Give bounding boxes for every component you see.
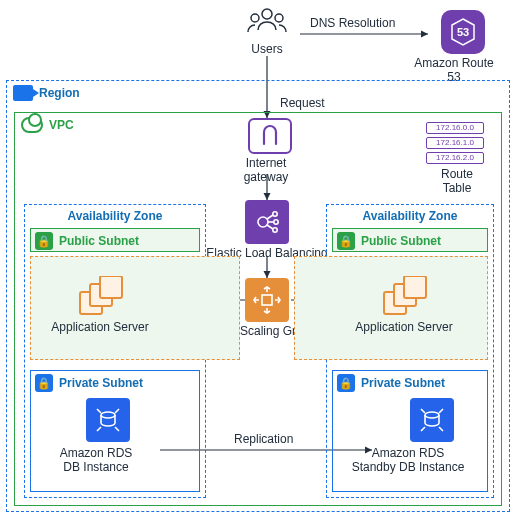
rds-icon [86, 398, 130, 442]
svg-rect-22 [404, 276, 426, 298]
lock-icon: 🔒 [337, 232, 355, 250]
app-left-group: Application Server [76, 276, 155, 334]
region-icon [13, 85, 33, 101]
public-subnet-left-hdr: 🔒 Public Subnet [35, 232, 195, 250]
public-subnet-right-label: Public Subnet [361, 234, 441, 248]
svg-line-13 [267, 215, 273, 219]
region-label: Region [39, 86, 80, 100]
users-label: Users [246, 42, 288, 56]
app-server-icon [76, 276, 124, 318]
public-subnet-right: 🔒 Public Subnet [332, 228, 488, 252]
app-server-icon [380, 276, 428, 318]
route53-icon: 53 [441, 10, 485, 54]
svg-point-6 [251, 14, 259, 22]
rds-right-l1: Amazon RDS [338, 446, 478, 460]
rds-left-l2: DB Instance [51, 460, 141, 474]
vpc-icon [21, 117, 43, 133]
region-header: Region [7, 81, 509, 105]
users-icon [246, 6, 288, 42]
route53-group: 53 Amazon Route 53 [432, 10, 494, 84]
rds-right-l2: Standby DB Instance [338, 460, 478, 474]
asg-icon [245, 278, 289, 322]
route-table-label: Route Table [426, 167, 488, 195]
svg-point-23 [101, 412, 115, 418]
rds-left-l1: Amazon RDS [51, 446, 141, 460]
rds-right-group: Amazon RDS Standby DB Instance [386, 398, 478, 474]
app-right-label: Application Server [349, 320, 459, 334]
private-subnet-left-hdr: 🔒 Private Subnet [35, 374, 195, 392]
svg-point-11 [274, 220, 278, 224]
igw-group: Internet gateway [244, 118, 296, 184]
lock-icon: 🔒 [35, 374, 53, 392]
az-left-label: Availability Zone [25, 209, 205, 223]
dns-label: DNS Resolution [310, 16, 395, 30]
svg-point-12 [273, 228, 277, 232]
route-table-icon: 172.16.0.0 172.16.1.0 172.16.2.0 [426, 122, 488, 164]
rds-left-group: Amazon RDS DB Instance [74, 398, 141, 474]
svg-rect-16 [262, 295, 272, 305]
lock-icon: 🔒 [35, 232, 53, 250]
elb-icon [245, 200, 289, 244]
svg-rect-19 [100, 276, 122, 298]
rt-row-0: 172.16.0.0 [426, 122, 484, 134]
svg-point-10 [273, 212, 277, 216]
svg-point-7 [275, 14, 283, 22]
app-left-label: Application Server [45, 320, 155, 334]
replication-label: Replication [234, 432, 293, 446]
rt-row-2: 172.16.2.0 [426, 152, 484, 164]
svg-text:53: 53 [457, 26, 469, 38]
private-subnet-right-label: Private Subnet [361, 376, 445, 390]
igw-label-1: Internet [236, 156, 296, 170]
igw-icon [248, 118, 292, 154]
svg-point-5 [262, 9, 272, 19]
route-table-group: 172.16.0.0 172.16.1.0 172.16.2.0 Route T… [426, 122, 488, 195]
rds-icon [410, 398, 454, 442]
public-subnet-right-hdr: 🔒 Public Subnet [337, 232, 483, 250]
private-subnet-right-hdr: 🔒 Private Subnet [337, 374, 483, 392]
app-right-group: Application Server [380, 276, 459, 334]
elb-group: Elastic Load Balancing [245, 200, 332, 260]
rt-row-1: 172.16.1.0 [426, 137, 484, 149]
diagram-canvas: Users DNS Resolution 53 Amazon Route 53 … [0, 0, 516, 518]
private-subnet-left-label: Private Subnet [59, 376, 143, 390]
svg-line-15 [267, 225, 273, 229]
users-group: Users [246, 6, 288, 56]
svg-point-24 [425, 412, 439, 418]
lock-icon: 🔒 [337, 374, 355, 392]
public-subnet-left: 🔒 Public Subnet [30, 228, 200, 252]
az-right-label: Availability Zone [327, 209, 493, 223]
public-subnet-left-label: Public Subnet [59, 234, 139, 248]
vpc-label: VPC [49, 118, 74, 132]
igw-label-2: gateway [236, 170, 296, 184]
svg-point-9 [258, 217, 268, 227]
